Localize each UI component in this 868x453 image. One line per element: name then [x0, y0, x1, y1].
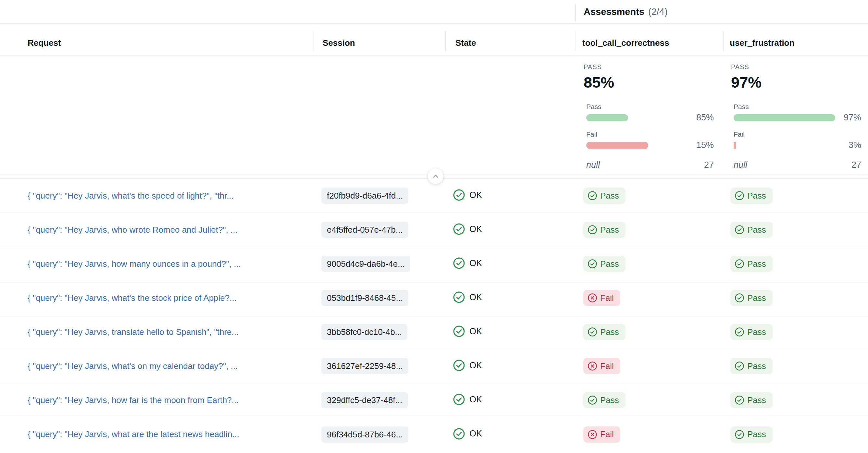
column-header-session[interactable]: Session: [314, 24, 445, 55]
ok-check-circle-icon: [453, 359, 465, 371]
assessment-badge[interactable]: Pass: [731, 324, 773, 340]
table-row[interactable]: { "query": "Hey Jarvis, how far is the m…: [0, 383, 868, 417]
ok-check-circle-icon: [453, 189, 465, 201]
session-id-pill[interactable]: 329dffc5-de37-48f...: [321, 392, 408, 408]
fail-metric-value: 3%: [838, 140, 861, 150]
table-row[interactable]: { "query": "Hey Jarvis, how many ounces …: [0, 247, 868, 281]
state-cell: OK: [445, 393, 576, 407]
table-row[interactable]: { "query": "Hey Jarvis, translate hello …: [0, 315, 868, 349]
session-id-pill[interactable]: 96f34d5d-87b6-46...: [321, 426, 408, 443]
assessment-badge[interactable]: Pass: [731, 256, 773, 272]
request-link[interactable]: { "query": "Hey Jarvis, what's the speed…: [28, 191, 234, 200]
session-id-pill[interactable]: e4f5ffed-057e-47b...: [321, 222, 408, 238]
session-cell: 053bd1f9-8468-45...: [314, 290, 445, 306]
assessment-badge-label: Pass: [747, 225, 766, 235]
pass-metric-label: Pass: [586, 103, 714, 111]
request-cell: { "query": "Hey Jarvis, translate hello …: [0, 327, 314, 337]
column-header-request[interactable]: Request: [0, 24, 314, 55]
pass-metric: Pass 97%: [734, 103, 861, 123]
check-circle-icon: [735, 395, 744, 405]
table-row[interactable]: { "query": "Hey Jarvis, what's the speed…: [0, 179, 868, 213]
fail-bar-track: [586, 142, 691, 149]
fail-metric: Fail 3%: [734, 130, 861, 150]
column-header-user-frustration[interactable]: user_frustration: [723, 24, 868, 55]
assessments-summary-row: PASS 85% Pass 85% Fail 15%: [0, 56, 868, 175]
request-link[interactable]: { "query": "Hey Jarvis, how many ounces …: [28, 259, 241, 269]
column-header-tool-call-correctness[interactable]: tool_call_correctness: [576, 24, 723, 55]
state-label: OK: [469, 395, 482, 405]
fail-bar: [734, 142, 736, 149]
check-circle-icon: [735, 293, 744, 303]
assessment-badge[interactable]: Pass: [583, 392, 625, 408]
check-circle-icon: [588, 259, 597, 269]
assessment-badge-label: Pass: [600, 395, 619, 405]
assessment-badge[interactable]: Pass: [731, 290, 773, 306]
pass-metric-value: 97%: [838, 112, 861, 123]
request-link[interactable]: { "query": "Hey Jarvis, what's on my cal…: [28, 361, 238, 371]
check-circle-icon: [735, 361, 744, 371]
session-cell: 329dffc5-de37-48f...: [314, 392, 445, 408]
table-row[interactable]: { "query": "Hey Jarvis, who wrote Romeo …: [0, 213, 868, 247]
request-link[interactable]: { "query": "Hey Jarvis, translate hello …: [28, 327, 239, 337]
assessment-badge-label: Pass: [600, 191, 619, 201]
tool-call-correctness-cell: Fail: [576, 290, 723, 306]
state-label: OK: [469, 360, 482, 370]
assessment-badge-label: Pass: [747, 327, 766, 337]
user-frustration-cell: Pass: [723, 290, 868, 306]
assessment-badge[interactable]: Fail: [583, 290, 620, 306]
tool-call-correctness-cell: Pass: [576, 324, 723, 340]
column-header-state[interactable]: State: [445, 24, 576, 55]
assessment-badge[interactable]: Pass: [583, 188, 625, 204]
pass-metric-value: 85%: [691, 112, 714, 123]
assessment-badge-label: Fail: [600, 293, 614, 303]
assessment-badge[interactable]: Pass: [731, 358, 773, 374]
request-link[interactable]: { "query": "Hey Jarvis, what's the stock…: [28, 293, 237, 303]
request-link[interactable]: { "query": "Hey Jarvis, how far is the m…: [28, 395, 239, 405]
assessment-badge-label: Pass: [747, 259, 766, 269]
assessments-title-label: Assessments: [584, 6, 644, 17]
null-metric-label: null: [734, 160, 747, 170]
collapse-summary-button[interactable]: [428, 168, 443, 184]
pass-bar-track: [734, 114, 838, 121]
assessment-badge-label: Pass: [747, 429, 766, 440]
assessment-badge-label: Pass: [747, 293, 766, 303]
session-id-pill[interactable]: 3bb58fc0-dc10-4b...: [321, 324, 407, 340]
session-id-pill[interactable]: 361627ef-2259-48...: [321, 358, 408, 374]
session-id-pill[interactable]: f20fb9d9-d6a6-4fd...: [321, 188, 408, 204]
table-row[interactable]: { "query": "Hey Jarvis, what's the stock…: [0, 281, 868, 315]
fail-metric-label: Fail: [734, 130, 861, 138]
user-frustration-cell: Pass: [723, 426, 868, 443]
session-cell: 361627ef-2259-48...: [314, 358, 445, 374]
assessment-badge[interactable]: Pass: [731, 222, 773, 238]
state-cell: OK: [445, 428, 576, 441]
assessment-badge-label: Pass: [747, 361, 766, 371]
session-id-pill[interactable]: 053bd1f9-8468-45...: [321, 290, 408, 306]
table-row[interactable]: { "query": "Hey Jarvis, what's on my cal…: [0, 349, 868, 383]
session-id-pill[interactable]: 9005d4c9-da6b-4e...: [321, 256, 410, 272]
request-link[interactable]: { "query": "Hey Jarvis, what are the lat…: [28, 429, 239, 439]
request-link[interactable]: { "query": "Hey Jarvis, who wrote Romeo …: [28, 225, 238, 235]
summary-top-label: PASS: [731, 63, 861, 71]
tool-call-correctness-cell: Pass: [576, 392, 723, 408]
ok-check-circle-icon: [453, 257, 465, 269]
assessment-badge[interactable]: Fail: [583, 426, 620, 443]
tool-call-correctness-cell: Fail: [576, 426, 723, 443]
assessment-badge[interactable]: Pass: [731, 188, 773, 204]
user-frustration-cell: Pass: [723, 222, 868, 238]
assessment-badge[interactable]: Pass: [583, 256, 625, 272]
tool-call-correctness-cell: Fail: [576, 358, 723, 374]
check-circle-icon: [735, 430, 744, 440]
assessment-badge[interactable]: Pass: [583, 222, 625, 238]
evaluations-table-page: Assessments (2/4) Request Session State …: [0, 0, 868, 453]
table-row[interactable]: { "query": "Hey Jarvis, what are the lat…: [0, 417, 868, 451]
assessment-badge[interactable]: Fail: [583, 358, 620, 374]
assessment-badge-label: Pass: [747, 191, 766, 201]
assessment-badge[interactable]: Pass: [731, 392, 773, 408]
request-cell: { "query": "Hey Jarvis, what's on my cal…: [0, 361, 314, 371]
assessment-badge[interactable]: Pass: [583, 324, 625, 340]
pass-metric-label: Pass: [734, 103, 861, 111]
assessment-badge[interactable]: Pass: [731, 426, 773, 443]
ok-check-circle-icon: [453, 291, 465, 303]
column-header-row: Request Session State tool_call_correctn…: [0, 24, 868, 56]
state-cell: OK: [445, 325, 576, 339]
